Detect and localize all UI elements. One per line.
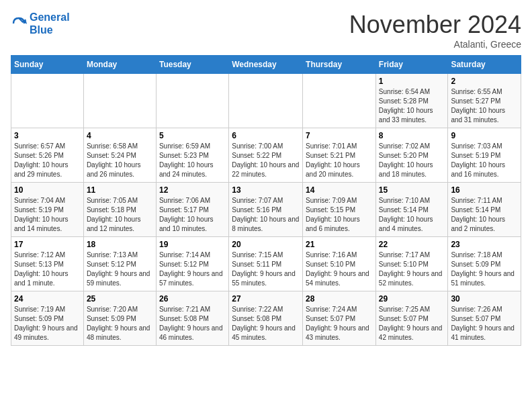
day-info: Sunrise: 7:26 AM Sunset: 5:07 PM Dayligh… <box>451 305 518 342</box>
day-info: Sunrise: 7:10 AM Sunset: 5:14 PM Dayligh… <box>379 196 445 234</box>
month-title: November 2024 <box>349 11 521 39</box>
weekday-header: Sunday <box>11 56 84 74</box>
calendar-week-row: 1Sunrise: 6:54 AM Sunset: 5:28 PM Daylig… <box>11 74 521 128</box>
weekday-header: Wednesday <box>229 56 303 74</box>
calendar-cell <box>229 74 303 128</box>
day-info: Sunrise: 7:16 AM Sunset: 5:10 PM Dayligh… <box>306 250 373 288</box>
day-number: 9 <box>451 131 518 140</box>
day-number: 22 <box>379 240 445 249</box>
day-number: 29 <box>379 294 445 304</box>
calendar-cell: 20Sunrise: 7:15 AM Sunset: 5:11 PM Dayli… <box>229 237 303 291</box>
day-info: Sunrise: 7:12 AM Sunset: 5:13 PM Dayligh… <box>14 250 81 288</box>
calendar-cell: 5Sunrise: 6:59 AM Sunset: 5:23 PM Daylig… <box>156 128 228 183</box>
calendar-table: SundayMondayTuesdayWednesdayThursdayFrid… <box>11 55 521 346</box>
day-info: Sunrise: 7:22 AM Sunset: 5:08 PM Dayligh… <box>232 305 300 342</box>
calendar-cell: 18Sunrise: 7:13 AM Sunset: 5:12 PM Dayli… <box>83 237 156 291</box>
weekday-header: Tuesday <box>156 56 228 74</box>
calendar-cell: 19Sunrise: 7:14 AM Sunset: 5:12 PM Dayli… <box>156 237 228 291</box>
day-number: 4 <box>87 131 153 140</box>
day-number: 16 <box>451 185 518 195</box>
calendar-cell: 30Sunrise: 7:26 AM Sunset: 5:07 PM Dayli… <box>448 291 521 346</box>
calendar-cell: 12Sunrise: 7:06 AM Sunset: 5:17 PM Dayli… <box>156 183 228 237</box>
day-number: 10 <box>14 185 81 195</box>
calendar-cell: 28Sunrise: 7:24 AM Sunset: 5:07 PM Dayli… <box>303 291 376 346</box>
day-number: 5 <box>159 131 226 140</box>
day-number: 6 <box>232 131 300 140</box>
day-info: Sunrise: 7:05 AM Sunset: 5:18 PM Dayligh… <box>87 196 153 234</box>
day-number: 1 <box>379 77 445 86</box>
day-number: 19 <box>159 240 226 249</box>
calendar-cell: 26Sunrise: 7:21 AM Sunset: 5:08 PM Dayli… <box>156 291 228 346</box>
day-info: Sunrise: 7:01 AM Sunset: 5:21 PM Dayligh… <box>306 142 373 179</box>
day-info: Sunrise: 7:14 AM Sunset: 5:12 PM Dayligh… <box>159 250 226 288</box>
location: Atalanti, Greece <box>349 39 521 50</box>
calendar-cell: 24Sunrise: 7:19 AM Sunset: 5:09 PM Dayli… <box>11 291 84 346</box>
day-number: 23 <box>451 240 518 249</box>
day-info: Sunrise: 7:03 AM Sunset: 5:19 PM Dayligh… <box>451 142 518 179</box>
calendar-cell: 10Sunrise: 7:04 AM Sunset: 5:19 PM Dayli… <box>11 183 84 237</box>
day-number: 27 <box>232 294 300 304</box>
calendar-cell: 1Sunrise: 6:54 AM Sunset: 5:28 PM Daylig… <box>375 74 448 128</box>
day-info: Sunrise: 7:06 AM Sunset: 5:17 PM Dayligh… <box>159 196 226 234</box>
day-number: 24 <box>14 294 81 304</box>
calendar-cell: 16Sunrise: 7:11 AM Sunset: 5:14 PM Dayli… <box>448 183 521 237</box>
calendar-cell: 6Sunrise: 7:00 AM Sunset: 5:22 PM Daylig… <box>229 128 303 183</box>
day-info: Sunrise: 7:07 AM Sunset: 5:16 PM Dayligh… <box>232 196 300 234</box>
calendar-cell: 3Sunrise: 6:57 AM Sunset: 5:26 PM Daylig… <box>11 128 84 183</box>
calendar-week-row: 10Sunrise: 7:04 AM Sunset: 5:19 PM Dayli… <box>11 183 521 237</box>
page-header: General Blue November 2024 Atalanti, Gre… <box>11 11 521 50</box>
calendar-cell: 13Sunrise: 7:07 AM Sunset: 5:16 PM Dayli… <box>229 183 303 237</box>
day-info: Sunrise: 6:57 AM Sunset: 5:26 PM Dayligh… <box>14 142 81 179</box>
day-number: 20 <box>232 240 300 249</box>
day-info: Sunrise: 7:02 AM Sunset: 5:20 PM Dayligh… <box>379 142 445 179</box>
day-info: Sunrise: 7:18 AM Sunset: 5:09 PM Dayligh… <box>451 250 518 288</box>
weekday-header: Thursday <box>303 56 376 74</box>
calendar-cell: 29Sunrise: 7:25 AM Sunset: 5:07 PM Dayli… <box>375 291 448 346</box>
day-number: 13 <box>232 185 300 195</box>
calendar-cell: 4Sunrise: 6:58 AM Sunset: 5:24 PM Daylig… <box>83 128 156 183</box>
weekday-header-row: SundayMondayTuesdayWednesdayThursdayFrid… <box>11 56 521 74</box>
day-info: Sunrise: 7:21 AM Sunset: 5:08 PM Dayligh… <box>159 305 226 342</box>
day-number: 30 <box>451 294 518 304</box>
day-info: Sunrise: 7:04 AM Sunset: 5:19 PM Dayligh… <box>14 196 81 234</box>
day-info: Sunrise: 7:15 AM Sunset: 5:11 PM Dayligh… <box>232 250 300 288</box>
logo-text: General Blue <box>30 11 70 36</box>
day-info: Sunrise: 6:54 AM Sunset: 5:28 PM Dayligh… <box>379 87 445 125</box>
calendar-cell: 8Sunrise: 7:02 AM Sunset: 5:20 PM Daylig… <box>375 128 448 183</box>
day-info: Sunrise: 7:19 AM Sunset: 5:09 PM Dayligh… <box>14 305 81 342</box>
day-info: Sunrise: 7:20 AM Sunset: 5:09 PM Dayligh… <box>87 305 153 342</box>
day-number: 7 <box>306 131 373 140</box>
day-number: 26 <box>159 294 226 304</box>
day-info: Sunrise: 7:09 AM Sunset: 5:15 PM Dayligh… <box>306 196 373 234</box>
calendar-cell <box>11 74 84 128</box>
day-number: 28 <box>306 294 373 304</box>
day-number: 15 <box>379 185 445 195</box>
day-number: 3 <box>14 131 81 140</box>
day-number: 14 <box>306 185 373 195</box>
day-number: 18 <box>87 240 153 249</box>
day-info: Sunrise: 7:24 AM Sunset: 5:07 PM Dayligh… <box>306 305 373 342</box>
calendar-cell: 15Sunrise: 7:10 AM Sunset: 5:14 PM Dayli… <box>375 183 448 237</box>
calendar-cell: 17Sunrise: 7:12 AM Sunset: 5:13 PM Dayli… <box>11 237 84 291</box>
day-number: 17 <box>14 240 81 249</box>
logo: General Blue <box>11 11 70 36</box>
day-number: 8 <box>379 131 445 140</box>
day-info: Sunrise: 7:25 AM Sunset: 5:07 PM Dayligh… <box>379 305 445 342</box>
weekday-header: Saturday <box>448 56 521 74</box>
calendar-cell: 21Sunrise: 7:16 AM Sunset: 5:10 PM Dayli… <box>303 237 376 291</box>
logo-icon <box>11 15 27 32</box>
day-number: 2 <box>451 77 518 86</box>
weekday-header: Monday <box>83 56 156 74</box>
day-info: Sunrise: 7:00 AM Sunset: 5:22 PM Dayligh… <box>232 142 300 179</box>
day-info: Sunrise: 7:11 AM Sunset: 5:14 PM Dayligh… <box>451 196 518 234</box>
day-number: 25 <box>87 294 153 304</box>
calendar-cell: 23Sunrise: 7:18 AM Sunset: 5:09 PM Dayli… <box>448 237 521 291</box>
calendar-cell: 27Sunrise: 7:22 AM Sunset: 5:08 PM Dayli… <box>229 291 303 346</box>
day-info: Sunrise: 7:17 AM Sunset: 5:10 PM Dayligh… <box>379 250 445 288</box>
calendar-week-row: 17Sunrise: 7:12 AM Sunset: 5:13 PM Dayli… <box>11 237 521 291</box>
day-number: 21 <box>306 240 373 249</box>
day-info: Sunrise: 6:55 AM Sunset: 5:27 PM Dayligh… <box>451 87 518 125</box>
day-info: Sunrise: 6:58 AM Sunset: 5:24 PM Dayligh… <box>87 142 153 179</box>
calendar-cell: 22Sunrise: 7:17 AM Sunset: 5:10 PM Dayli… <box>375 237 448 291</box>
calendar-cell <box>156 74 228 128</box>
